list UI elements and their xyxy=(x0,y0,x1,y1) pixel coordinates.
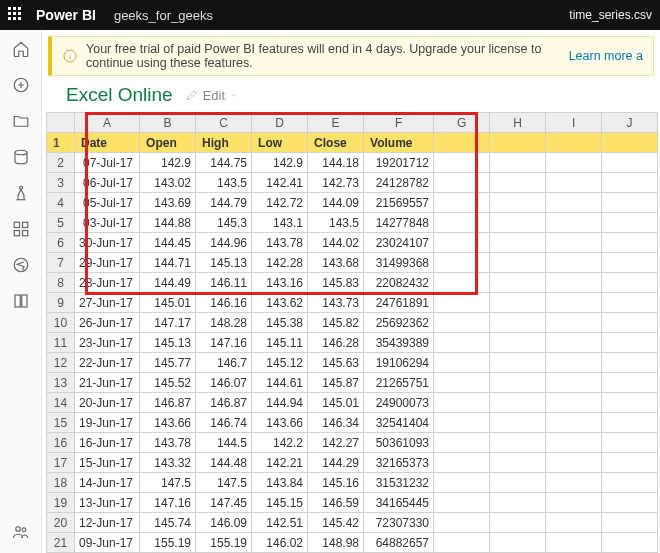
cell[interactable]: 143.5 xyxy=(308,213,364,233)
cell[interactable]: 147.45 xyxy=(196,493,252,513)
data-header[interactable]: Open xyxy=(140,133,196,153)
data-header[interactable]: Close xyxy=(308,133,364,153)
cell[interactable]: 24761891 xyxy=(364,293,434,313)
cell[interactable]: 07-Jul-17 xyxy=(75,153,140,173)
data-header[interactable]: High xyxy=(196,133,252,153)
row-header[interactable]: 8 xyxy=(47,273,75,293)
table-row[interactable]: 1420-Jun-17146.87146.87144.94145.0124900… xyxy=(47,393,658,413)
table-row[interactable]: 503-Jul-17144.88145.3143.1143.514277848 xyxy=(47,213,658,233)
cell[interactable]: 13-Jun-17 xyxy=(75,493,140,513)
cell[interactable]: 143.84 xyxy=(252,473,308,493)
row-header[interactable]: 10 xyxy=(47,313,75,333)
cell[interactable]: 19106294 xyxy=(364,353,434,373)
cell[interactable]: 143.78 xyxy=(252,233,308,253)
row-header[interactable]: 17 xyxy=(47,453,75,473)
create-icon[interactable] xyxy=(12,76,30,94)
table-row[interactable]: 927-Jun-17145.01146.16143.62143.73247618… xyxy=(47,293,658,313)
cell[interactable]: 147.16 xyxy=(196,333,252,353)
cell[interactable]: 31531232 xyxy=(364,473,434,493)
cell[interactable]: 14277848 xyxy=(364,213,434,233)
col-header-h[interactable]: H xyxy=(490,113,546,133)
cell[interactable]: 20-Jun-17 xyxy=(75,393,140,413)
table-row[interactable]: 1123-Jun-17145.13147.16145.11146.2835439… xyxy=(47,333,658,353)
table-row[interactable]: 405-Jul-17143.69144.79142.72144.09215695… xyxy=(47,193,658,213)
cell[interactable]: 144.96 xyxy=(196,233,252,253)
row-header[interactable]: 7 xyxy=(47,253,75,273)
row-header[interactable]: 16 xyxy=(47,433,75,453)
cell[interactable]: 147.17 xyxy=(140,313,196,333)
cell[interactable]: 146.59 xyxy=(308,493,364,513)
table-row[interactable]: 1321-Jun-17145.52146.07144.61145.8721265… xyxy=(47,373,658,393)
cell[interactable]: 142.9 xyxy=(252,153,308,173)
col-header-c[interactable]: C xyxy=(196,113,252,133)
data-header[interactable]: Date xyxy=(75,133,140,153)
row-header[interactable]: 6 xyxy=(47,233,75,253)
browse-icon[interactable] xyxy=(12,112,30,130)
cell[interactable]: 143.02 xyxy=(140,173,196,193)
table-row[interactable]: 207-Jul-17142.9144.75142.9144.1819201712 xyxy=(47,153,658,173)
cell[interactable]: 142.2 xyxy=(252,433,308,453)
cell[interactable]: 29-Jun-17 xyxy=(75,253,140,273)
cell[interactable]: 145.01 xyxy=(140,293,196,313)
file-name[interactable]: geeks_for_geeks xyxy=(114,8,213,23)
edit-button[interactable]: Edit xyxy=(185,88,239,103)
cell[interactable]: 72307330 xyxy=(364,513,434,533)
spreadsheet-grid[interactable]: ABCDEFGHIJ 1DateOpenHighLowCloseVolume20… xyxy=(46,112,658,553)
cell[interactable]: 144.02 xyxy=(308,233,364,253)
row-header[interactable]: 1 xyxy=(47,133,75,153)
cell[interactable]: 142.51 xyxy=(252,513,308,533)
cell[interactable]: 05-Jul-17 xyxy=(75,193,140,213)
cell[interactable]: 146.02 xyxy=(252,533,308,553)
table-row[interactable]: 1913-Jun-17147.16147.45145.15146.5934165… xyxy=(47,493,658,513)
table-row[interactable]: 2109-Jun-17155.19155.19146.02148.9864882… xyxy=(47,533,658,553)
cell[interactable]: 144.09 xyxy=(308,193,364,213)
data-header[interactable]: Low xyxy=(252,133,308,153)
cell[interactable]: 145.83 xyxy=(308,273,364,293)
cell[interactable]: 145.52 xyxy=(140,373,196,393)
cell[interactable]: 23024107 xyxy=(364,233,434,253)
cell[interactable]: 50361093 xyxy=(364,433,434,453)
table-row[interactable]: 630-Jun-17144.45144.96143.78144.02230241… xyxy=(47,233,658,253)
col-header-i[interactable]: I xyxy=(546,113,602,133)
row-header[interactable]: 12 xyxy=(47,353,75,373)
cell[interactable]: 145.12 xyxy=(252,353,308,373)
cell[interactable]: 144.18 xyxy=(308,153,364,173)
home-icon[interactable] xyxy=(12,40,30,58)
cell[interactable]: 143.32 xyxy=(140,453,196,473)
cell[interactable]: 155.19 xyxy=(196,533,252,553)
table-row[interactable]: 1222-Jun-17145.77146.7145.12145.63191062… xyxy=(47,353,658,373)
cell[interactable]: 142.73 xyxy=(308,173,364,193)
cell[interactable]: 148.28 xyxy=(196,313,252,333)
cell[interactable]: 145.15 xyxy=(252,493,308,513)
cell[interactable]: 147.5 xyxy=(140,473,196,493)
cell[interactable]: 21569557 xyxy=(364,193,434,213)
cell[interactable]: 23-Jun-17 xyxy=(75,333,140,353)
cell[interactable]: 147.5 xyxy=(196,473,252,493)
cell[interactable]: 145.13 xyxy=(140,333,196,353)
cell[interactable]: 143.69 xyxy=(140,193,196,213)
cell[interactable]: 22-Jun-17 xyxy=(75,353,140,373)
data-hub-icon[interactable] xyxy=(12,148,30,166)
cell[interactable]: 145.13 xyxy=(196,253,252,273)
cell[interactable]: 12-Jun-17 xyxy=(75,513,140,533)
row-header[interactable]: 14 xyxy=(47,393,75,413)
cell[interactable]: 142.28 xyxy=(252,253,308,273)
cell[interactable]: 142.9 xyxy=(140,153,196,173)
row-header[interactable]: 18 xyxy=(47,473,75,493)
cell[interactable]: 34165445 xyxy=(364,493,434,513)
table-row[interactable]: 1519-Jun-17143.66146.74143.66146.3432541… xyxy=(47,413,658,433)
cell[interactable]: 30-Jun-17 xyxy=(75,233,140,253)
cell[interactable]: 145.87 xyxy=(308,373,364,393)
row-header[interactable]: 3 xyxy=(47,173,75,193)
cell[interactable]: 144.88 xyxy=(140,213,196,233)
row-header[interactable]: 13 xyxy=(47,373,75,393)
cell[interactable]: 146.87 xyxy=(196,393,252,413)
cell[interactable]: 146.74 xyxy=(196,413,252,433)
col-header-a[interactable]: A xyxy=(75,113,140,133)
cell[interactable]: 146.16 xyxy=(196,293,252,313)
cell[interactable]: 146.11 xyxy=(196,273,252,293)
table-row[interactable]: 1814-Jun-17147.5147.5143.84145.163153123… xyxy=(47,473,658,493)
col-header-j[interactable]: J xyxy=(602,113,658,133)
cell[interactable]: 143.62 xyxy=(252,293,308,313)
cell[interactable]: 06-Jul-17 xyxy=(75,173,140,193)
